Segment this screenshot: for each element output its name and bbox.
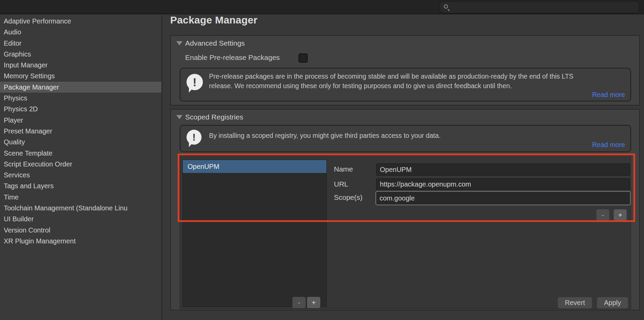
settings-search-box[interactable] bbox=[439, 1, 639, 13]
registry-scope-input[interactable] bbox=[376, 192, 630, 205]
warning-bubble-icon: ! bbox=[187, 74, 203, 90]
sidebar-item[interactable]: Version Control bbox=[0, 225, 161, 236]
sidebar-item[interactable]: Preset Manager bbox=[0, 126, 161, 137]
sidebar-item[interactable]: Audio bbox=[0, 27, 161, 37]
sidebar-item[interactable]: UI Builder bbox=[0, 213, 161, 224]
add-scope-button[interactable]: + bbox=[614, 209, 627, 221]
settings-category-list: Adaptive PerformanceAudioEditorGraphicsI… bbox=[0, 16, 161, 246]
warning-bubble-icon: ! bbox=[187, 130, 202, 145]
remove-scope-button[interactable]: - bbox=[596, 209, 609, 221]
sidebar-item[interactable]: Quality bbox=[0, 137, 161, 147]
sidebar-item[interactable]: Toolchain Management (Standalone Linu bbox=[0, 203, 161, 213]
window-top-bar bbox=[0, 0, 644, 14]
sidebar-item[interactable]: Package Manager bbox=[0, 82, 161, 93]
scoped-registries-section: Scoped Registries ! By installing a scop… bbox=[170, 109, 640, 310]
sidebar-item[interactable]: Services bbox=[0, 170, 161, 180]
registry-url-input[interactable] bbox=[376, 178, 630, 190]
sidebar-item[interactable]: Input Manager bbox=[0, 60, 161, 70]
sidebar-item[interactable]: Adaptive Performance bbox=[0, 16, 161, 27]
registry-list-item[interactable]: OpenUPM bbox=[183, 160, 326, 173]
sidebar-item[interactable]: XR Plugin Management bbox=[0, 236, 161, 246]
foldout-arrow-icon[interactable] bbox=[176, 115, 182, 119]
add-registry-button[interactable]: + bbox=[307, 297, 320, 308]
read-more-link[interactable]: Read more bbox=[592, 91, 625, 99]
sidebar-item[interactable]: Scene Template bbox=[0, 148, 161, 159]
registry-editor: OpenUPM - + Name URL Scope(s) - + Revert… bbox=[180, 155, 631, 309]
name-label: Name bbox=[334, 165, 353, 173]
advanced-settings-header[interactable]: Advanced Settings bbox=[185, 38, 245, 48]
sidebar-item[interactable]: Tags and Layers bbox=[0, 180, 161, 191]
sidebar-item[interactable]: Script Execution Order bbox=[0, 159, 161, 170]
sidebar-item[interactable]: Player bbox=[0, 115, 161, 126]
search-input[interactable] bbox=[451, 2, 635, 12]
scope-input-focused bbox=[375, 191, 631, 205]
foldout-arrow-icon[interactable] bbox=[176, 41, 182, 45]
search-icon bbox=[444, 4, 448, 9]
remove-registry-button[interactable]: - bbox=[292, 297, 306, 308]
unity-project-settings-window: Adaptive PerformanceAudioEditorGraphicsI… bbox=[0, 0, 644, 320]
enable-prerelease-checkbox[interactable] bbox=[299, 53, 308, 63]
scoped-registries-header[interactable]: Scoped Registries bbox=[185, 112, 243, 122]
prerelease-info-box: ! Pre-release packages are in the proces… bbox=[180, 68, 631, 101]
prerelease-info-text: Pre-release packages are in the process … bbox=[209, 72, 617, 91]
sidebar-item[interactable]: Time bbox=[0, 192, 161, 203]
scopes-label: Scope(s) bbox=[334, 193, 363, 202]
settings-sidebar: Adaptive PerformanceAudioEditorGraphicsI… bbox=[0, 15, 162, 320]
sidebar-item[interactable]: Editor bbox=[0, 38, 161, 49]
registry-name-input[interactable] bbox=[376, 163, 630, 176]
url-label: URL bbox=[334, 180, 348, 188]
registry-list: OpenUPM bbox=[182, 160, 327, 307]
sidebar-item[interactable]: Memory Settings bbox=[0, 70, 161, 81]
sidebar-item[interactable]: Physics 2D bbox=[0, 103, 161, 114]
scoped-info-text: By installing a scoped registry, you mig… bbox=[209, 131, 617, 141]
enable-prerelease-label: Enable Pre-release Packages bbox=[185, 53, 280, 62]
apply-button[interactable]: Apply bbox=[597, 297, 628, 308]
page-title: Package Manager bbox=[170, 14, 257, 26]
sidebar-item[interactable]: Physics bbox=[0, 93, 161, 103]
revert-button[interactable]: Revert bbox=[558, 297, 592, 308]
scoped-info-box: ! By installing a scoped registry, you m… bbox=[180, 125, 631, 152]
advanced-settings-section: Advanced Settings Enable Pre-release Pac… bbox=[170, 35, 640, 106]
read-more-link[interactable]: Read more bbox=[592, 141, 625, 149]
settings-main-panel: Package Manager Advanced Settings Enable… bbox=[163, 14, 644, 320]
sidebar-item[interactable]: Graphics bbox=[0, 49, 161, 60]
